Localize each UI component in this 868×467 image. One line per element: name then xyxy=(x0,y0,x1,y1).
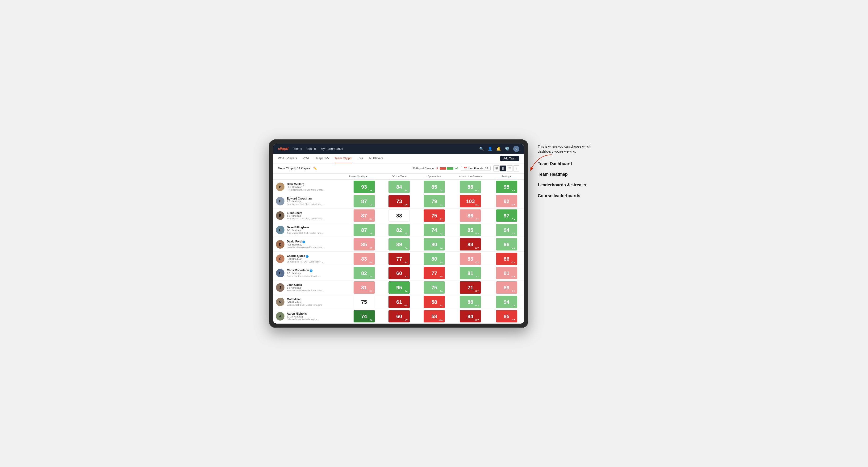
score-value: 81 xyxy=(467,271,473,276)
player-cell: MMatt Miller6-10 HandicapWoburn Golf Clu… xyxy=(273,294,346,309)
score-change: -8▼ xyxy=(512,261,516,263)
table-row[interactable]: DDavid Ford✓Plus HandicapRoyal North Dev… xyxy=(273,237,524,251)
table-row[interactable]: BBlair McHargPlus HandicapRoyal North De… xyxy=(273,180,524,194)
score-change: 8▲ xyxy=(404,290,408,292)
score-box: 87-3▼ xyxy=(353,210,375,222)
player-name[interactable]: Matt Miller xyxy=(287,298,322,301)
score-cell: 91-3▼ xyxy=(489,266,524,280)
col-header-approach[interactable]: Approach ▾ xyxy=(417,174,452,180)
score-box: 10315▲ xyxy=(460,195,481,207)
score-cell: 824▲ xyxy=(382,223,417,237)
score-change: 1▲ xyxy=(370,204,373,206)
player-avatar: D xyxy=(276,226,284,234)
score-box: 858▲ xyxy=(424,181,445,193)
col-header-tee[interactable]: Off the Tee ▾ xyxy=(382,174,417,180)
player-handicap: 1-5 Handicap xyxy=(287,215,324,217)
bell-icon[interactable]: 🔔 xyxy=(496,147,501,151)
table-row[interactable]: EElliot Ebert1-5 HandicapSunningdale Gol… xyxy=(273,208,524,223)
score-change: -11▼ xyxy=(474,290,479,292)
score-box: 93+9▲ xyxy=(353,181,375,193)
tablet-screen: clippd Home Teams My Performance 🔍 👤 🔔 ⚙… xyxy=(273,144,524,323)
score-box: 77-14▼ xyxy=(389,253,410,265)
nav-link-teams[interactable]: Teams xyxy=(307,147,316,151)
score-cell: 77-3▼ xyxy=(417,266,452,280)
score-box: 748▲ xyxy=(353,310,375,322)
search-icon[interactable]: 🔍 xyxy=(479,147,484,151)
annotation-item: Team Heatmap xyxy=(538,172,594,177)
score-change: 1▲ xyxy=(440,261,443,263)
player-name[interactable]: Elliot Ebert xyxy=(287,211,324,215)
col-header-quality[interactable]: Player Quality ▾ xyxy=(346,174,382,180)
player-club: Royal North Devon Golf Club, United King… xyxy=(287,289,324,292)
score-box: 75-3▼ xyxy=(424,210,445,222)
player-handicap: 1-5 Handicap xyxy=(287,229,324,231)
round-change-minus: -5 xyxy=(436,167,438,170)
player-name[interactable]: Aaron Nicholls xyxy=(287,312,318,315)
score-value: 58 xyxy=(431,314,437,319)
grid-view-button[interactable]: ⊞ xyxy=(493,165,500,172)
table-row[interactable]: CChris Robertson✓1-5 HandicapCraigmillar… xyxy=(273,266,524,280)
score-change: 7▲ xyxy=(404,247,408,249)
score-change: -3▼ xyxy=(439,276,443,278)
subnav-pga[interactable]: PGA xyxy=(303,154,309,163)
score-box: 88-2▼ xyxy=(460,296,481,308)
subnav-hcaps[interactable]: Hcaps 1-5 xyxy=(315,154,329,163)
player-handicap: 1-5 Handicap xyxy=(287,272,320,275)
col-header-putting[interactable]: Putting ▾ xyxy=(489,174,524,180)
add-team-button[interactable]: Add Team xyxy=(500,156,519,161)
person-icon[interactable]: 👤 xyxy=(488,147,493,151)
player-club: Gog Magog Golf Club, United Kingdom xyxy=(287,231,324,234)
score-change: -1▼ xyxy=(475,189,479,191)
player-handicap: 6-10 Handicap xyxy=(287,258,324,260)
score-box: 741▲ xyxy=(424,224,445,236)
score-value: 83 xyxy=(467,242,473,247)
subnav-team-clippd[interactable]: Team Clippd xyxy=(335,154,351,163)
score-value: 87 xyxy=(361,228,367,233)
edit-team-icon[interactable]: ✏️ xyxy=(313,166,317,170)
table-row[interactable]: JJosh Coles1-5 HandicapRoyal North Devon… xyxy=(273,280,524,294)
last-rounds-button[interactable]: 📅 Last Rounds: 20 xyxy=(461,166,491,171)
player-name[interactable]: Dave Billingham xyxy=(287,226,324,229)
subnav-tour[interactable]: Tour xyxy=(357,154,363,163)
player-handicap: 6-10 Handicap xyxy=(287,301,322,304)
table-row[interactable]: CCharlie Quick✓6-10 HandicapSt. George's… xyxy=(273,251,524,266)
download-button[interactable]: ↓ xyxy=(513,165,519,172)
player-name[interactable]: David Ford✓ xyxy=(287,240,324,243)
player-avatar: C xyxy=(276,269,284,277)
list-view-button[interactable]: ☰ xyxy=(507,165,513,172)
score-cell: 959▲ xyxy=(489,180,524,194)
bar-green xyxy=(447,167,453,169)
score-value: 60 xyxy=(396,314,402,319)
round-change-plus: +5 xyxy=(455,167,458,170)
score-change: -2▼ xyxy=(512,290,516,292)
score-box: 958▲ xyxy=(389,281,410,294)
subnav-all-players[interactable]: All Players xyxy=(369,154,383,163)
player-name[interactable]: Charlie Quick✓ xyxy=(287,254,324,258)
table-row[interactable]: EEdward Crossman1-5 HandicapSunningdale … xyxy=(273,194,524,208)
score-box: 85-3▼ xyxy=(353,238,375,250)
player-name[interactable]: Chris Robertson✓ xyxy=(287,269,320,272)
player-handicap: 11-15 Handicap xyxy=(287,315,318,318)
heatmap-view-button[interactable]: ▦ xyxy=(500,165,506,172)
player-name[interactable]: Edward Crossman xyxy=(287,197,324,200)
subnav-pgat[interactable]: PGAT Players xyxy=(278,154,297,163)
user-avatar[interactable]: U xyxy=(513,146,519,152)
player-table: Player Quality ▾ Off the Tee ▾ Approach … xyxy=(273,174,524,323)
player-avatar: J xyxy=(276,283,284,292)
score-change: -3▼ xyxy=(439,218,443,220)
player-name[interactable]: Josh Coles xyxy=(287,283,324,286)
team-name-label: Team Clippd | 14 Players xyxy=(278,167,310,170)
settings-icon[interactable]: ⚙️ xyxy=(505,147,509,151)
score-cell: 86-8▼ xyxy=(489,251,524,266)
nav-link-performance[interactable]: My Performance xyxy=(320,147,343,151)
score-value: 89 xyxy=(396,242,402,247)
table-row[interactable]: MMatt Miller6-10 HandicapWoburn Golf Clu… xyxy=(273,294,524,309)
table-body: BBlair McHargPlus HandicapRoyal North De… xyxy=(273,180,524,323)
table-row[interactable]: AAaron Nicholls11-15 HandicapDrift Golf … xyxy=(273,309,524,323)
page-wrapper: This is where you can choose which dashb… xyxy=(269,139,599,328)
score-cell: 88-1▼ xyxy=(452,180,489,194)
player-name[interactable]: Blair McHarg xyxy=(287,183,324,186)
nav-link-home[interactable]: Home xyxy=(294,147,302,151)
col-header-green[interactable]: Around the Green ▾ xyxy=(452,174,489,180)
table-row[interactable]: DDave Billingham1-5 HandicapGog Magog Go… xyxy=(273,223,524,237)
